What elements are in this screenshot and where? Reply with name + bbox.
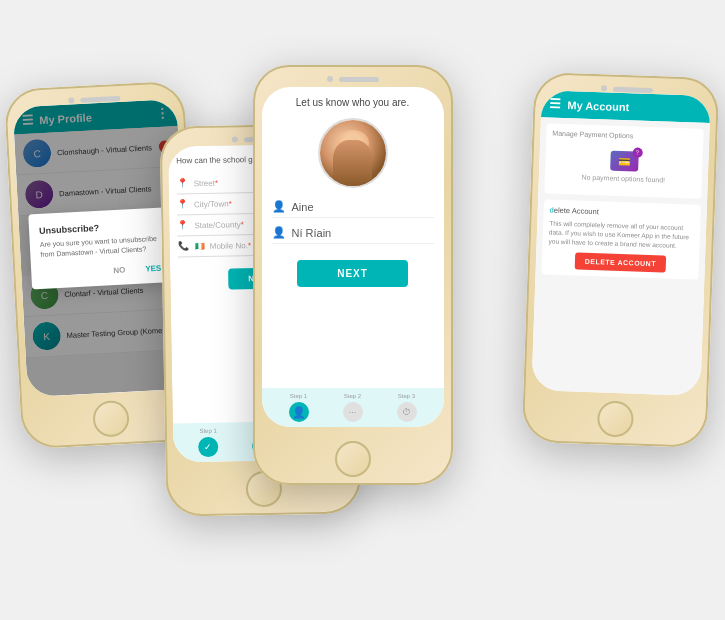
- profile-setup-form: Let us know who you are. 👤 Aine 👤 Ní Ría…: [262, 87, 444, 427]
- delete-title: delete Account: [549, 206, 694, 220]
- location-icon: 📍: [176, 199, 188, 209]
- step-3-label: Step 3: [398, 393, 415, 399]
- profile-photo[interactable]: [318, 118, 388, 188]
- step-3-circle: ⏱: [397, 402, 417, 422]
- phone-3-speaker: [339, 77, 379, 82]
- delete-account-button[interactable]: DELETE ACCOUNT: [574, 253, 666, 273]
- phone-3: Let us know who you are. 👤 Aine 👤 Ní Ría…: [253, 65, 453, 485]
- phone-3-top-bar: [253, 65, 453, 93]
- step-1-circle: ✓: [198, 437, 218, 457]
- no-payment-text: No payment options found!: [581, 174, 665, 184]
- step-bar-3: Step 1 👤 Step 2 ··· Step 3 ⏱: [262, 388, 444, 427]
- account-content: Manage Payment Options 💳 ? No payment op…: [531, 117, 709, 396]
- step-1-circle: 👤: [289, 402, 309, 422]
- state-label: State/County*: [194, 220, 244, 230]
- phone-icon: 📞: [177, 241, 189, 251]
- phone-4-home-button[interactable]: [596, 400, 633, 437]
- modal-actions: NO YES: [41, 261, 166, 280]
- photo-placeholder: [320, 120, 386, 186]
- setup-title: Let us know who you are.: [296, 97, 409, 108]
- phone-1-speaker: [80, 95, 120, 102]
- step-2-circle: ···: [343, 402, 363, 422]
- delete-account-section: delete Account This will completely remo…: [541, 199, 701, 280]
- phone-4-camera: [600, 85, 606, 91]
- street-label: Street*: [193, 178, 218, 187]
- phone-3-camera: [327, 76, 333, 82]
- no-button[interactable]: NO: [108, 263, 129, 277]
- phone-3-home-button[interactable]: [335, 441, 371, 477]
- unsubscribe-modal: Unsubscribe? Are you sure you want to un…: [28, 207, 176, 289]
- city-label: City/Town*: [193, 199, 231, 209]
- main-scene: ☰ My Profile ⋮ C Clomshaugh - Virtual Cl…: [3, 5, 723, 615]
- phone-4: ☰ My Account Manage Payment Options 💳 ? …: [521, 72, 719, 448]
- payment-title: Manage Payment Options: [552, 130, 697, 142]
- person-icon: 👤: [272, 200, 286, 213]
- phone-1-home-button[interactable]: [92, 400, 130, 438]
- phone-4-speaker: [612, 86, 652, 92]
- first-name-row: 👤 Aine: [272, 200, 434, 218]
- step-2: Step 2 ···: [343, 393, 363, 422]
- flag-icon: 🇮🇪: [194, 241, 204, 250]
- payment-section: Manage Payment Options 💳 ? No payment op…: [544, 123, 703, 198]
- no-payment-area: 💳 ? No payment options found!: [550, 141, 697, 193]
- modal-text: Are you sure you want to unsubscribe fro…: [39, 233, 164, 259]
- next-button-large[interactable]: NEXT: [297, 260, 408, 287]
- step-2-label: Step 2: [344, 393, 361, 399]
- card-icon: 💳: [617, 155, 629, 166]
- mobile-label: Mobile No.*: [209, 241, 251, 251]
- payment-icon: 💳 ?: [609, 151, 638, 172]
- hair-shape: [333, 140, 373, 186]
- step-3: Step 3 ⏱: [397, 393, 417, 422]
- delete-text: This will completely remove all of your …: [548, 218, 694, 250]
- person-icon-2: 👤: [272, 226, 286, 239]
- phone-1-camera: [68, 97, 74, 103]
- step-1: Step 1 👤: [289, 393, 309, 422]
- first-name: Aine: [292, 201, 314, 213]
- question-badge: ?: [632, 147, 642, 157]
- step-1-label: Step 1: [199, 428, 216, 434]
- last-name: Ní Ríain: [292, 227, 332, 239]
- phone-3-screen: Let us know who you are. 👤 Aine 👤 Ní Ría…: [262, 87, 444, 427]
- phone-4-screen: ☰ My Account Manage Payment Options 💳 ? …: [531, 90, 710, 396]
- step-1-label: Step 1: [290, 393, 307, 399]
- last-name-row: 👤 Ní Ríain: [272, 226, 434, 244]
- phone-2-camera: [231, 136, 237, 142]
- location-icon: 📍: [176, 178, 188, 188]
- location-icon: 📍: [177, 220, 189, 230]
- step-1: Step 1 ✓: [198, 428, 219, 457]
